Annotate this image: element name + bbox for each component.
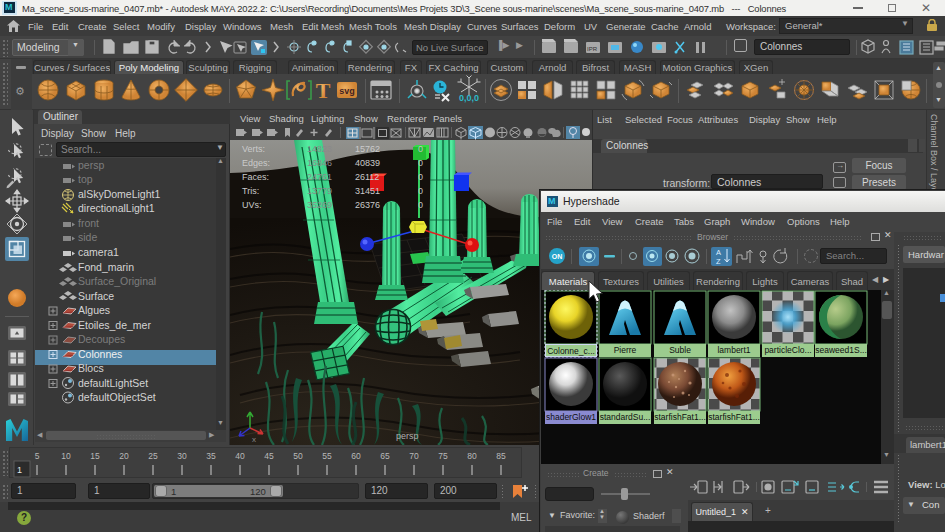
svg-text:55: 55 (322, 451, 332, 461)
svg-text:85: 85 (496, 451, 506, 461)
svg-text:Z: Z (716, 257, 721, 266)
svg-text:directionalLight1: directionalLight1 (78, 202, 155, 214)
svg-text:Faces:: Faces: (242, 172, 269, 182)
svg-text:31451: 31451 (355, 186, 380, 196)
svg-text:40839: 40839 (355, 158, 380, 168)
svg-text:Etoiles_de_mer: Etoiles_de_mer (78, 319, 151, 331)
svg-text:35: 35 (206, 451, 216, 461)
svg-text:1: 1 (17, 465, 22, 475)
svg-text:50: 50 (293, 451, 303, 461)
svg-text:Surface: Surface (78, 290, 114, 302)
svg-text:Colonnes: Colonnes (78, 348, 122, 360)
svg-text:UVs:: UVs: (242, 200, 262, 210)
svg-text:0: 0 (418, 158, 423, 168)
svg-text:Surface_Original: Surface_Original (78, 275, 156, 287)
svg-text:0,0,0: 0,0,0 (459, 93, 479, 103)
svg-text:45: 45 (264, 451, 274, 461)
svg-text:26112: 26112 (355, 172, 379, 182)
svg-text:side: side (78, 231, 97, 243)
svg-text:13779: 13779 (307, 186, 332, 196)
svg-text:0: 0 (418, 200, 423, 210)
svg-text:Fond_marin: Fond_marin (78, 261, 134, 273)
svg-text:front: front (78, 217, 99, 229)
svg-text:35269: 35269 (307, 200, 332, 210)
svg-text:camera1: camera1 (78, 246, 119, 258)
svg-text:15: 15 (90, 451, 100, 461)
svg-text:10: 10 (61, 451, 71, 461)
svg-text:IPR: IPR (587, 46, 598, 52)
svg-text:60: 60 (351, 451, 361, 461)
svg-text:0: 0 (418, 144, 423, 154)
svg-text:40: 40 (235, 451, 245, 461)
svg-text:defaultObjectSet: defaultObjectSet (78, 391, 156, 403)
svg-text:26376: 26376 (355, 200, 380, 210)
svg-text:Verts:: Verts: (242, 144, 265, 154)
svg-text:T: T (316, 78, 331, 103)
svg-text:80: 80 (467, 451, 477, 461)
svg-text:top: top (78, 173, 93, 185)
svg-text:14823: 14823 (307, 144, 332, 154)
svg-text:persp: persp (78, 159, 104, 171)
svg-text:Blocs: Blocs (78, 362, 104, 374)
svg-text:x: x (252, 435, 256, 444)
svg-text:Edges:: Edges: (242, 158, 270, 168)
svg-text:svg: svg (339, 86, 355, 96)
svg-text:16846: 16846 (307, 158, 332, 168)
svg-text:alSkyDomeLight1: alSkyDomeLight1 (78, 188, 160, 200)
svg-text:30: 30 (177, 451, 187, 461)
svg-text:25: 25 (148, 451, 158, 461)
svg-text:75: 75 (438, 451, 448, 461)
svg-text:ON: ON (552, 253, 563, 260)
svg-text:5: 5 (35, 451, 40, 461)
svg-text:Algues: Algues (78, 304, 110, 316)
svg-text:persp: persp (396, 431, 419, 441)
svg-text:65: 65 (380, 451, 390, 461)
svg-text:24761: 24761 (307, 172, 332, 182)
svg-text:A: A (716, 248, 721, 257)
svg-text:20: 20 (119, 451, 129, 461)
svg-text:70: 70 (409, 451, 419, 461)
svg-text:0: 0 (418, 186, 423, 196)
svg-text:15762: 15762 (355, 144, 380, 154)
svg-text:defaultLightSet: defaultLightSet (78, 377, 148, 389)
svg-text:Tris:: Tris: (242, 186, 259, 196)
svg-text:0: 0 (418, 172, 423, 182)
svg-text:Decoupes: Decoupes (78, 333, 125, 345)
